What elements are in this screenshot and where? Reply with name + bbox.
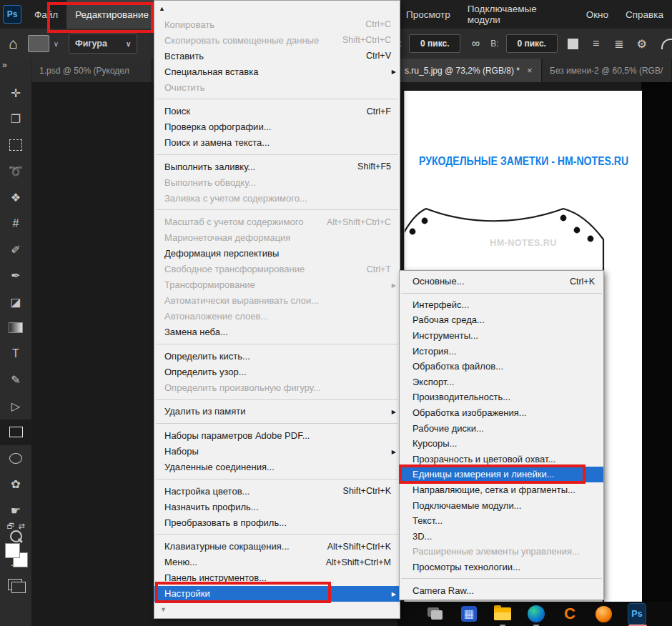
- edit-menu-item[interactable]: Настройка цветов...Shift+Ctrl+K: [154, 483, 400, 499]
- width-field[interactable]: 0 пикс.: [409, 34, 460, 53]
- edit-menu-item[interactable]: Выполнить обводку...: [154, 174, 400, 190]
- edit-menu-item[interactable]: Специальная вставка▶: [154, 64, 400, 79]
- menu-scroll-down[interactable]: ▼: [154, 602, 400, 617]
- taskbar-photoshop-icon[interactable]: Ps: [628, 605, 646, 623]
- taskbar-browser-c-icon[interactable]: C: [560, 605, 579, 623]
- tab-doc2[interactable]: s.ru_5.jpg @ 73,2% (RGB/8) * ×: [397, 59, 542, 82]
- edit-menu-item[interactable]: Удалить из памяти▶: [154, 404, 400, 419]
- chevron-down-icon[interactable]: ∨: [54, 40, 59, 48]
- screen-mode-icon[interactable]: [8, 579, 22, 590]
- home-icon[interactable]: ⌂: [9, 35, 18, 52]
- ellipse-tool[interactable]: [0, 445, 31, 472]
- edit-menu-item[interactable]: Удаленные соединения...: [154, 459, 400, 475]
- edit-menu-item[interactable]: Меню...Alt+Shift+Ctrl+M: [154, 555, 400, 570]
- preferences-item[interactable]: Основные...Ctrl+K: [400, 274, 603, 289]
- preferences-item[interactable]: Camera Raw...: [400, 582, 603, 598]
- preferences-item[interactable]: Рабочая среда...: [400, 312, 603, 328]
- eraser-tool[interactable]: ◪: [0, 289, 31, 315]
- hand-tool[interactable]: ☛: [0, 497, 31, 524]
- edit-menu-item[interactable]: Определить произвольную фигуру...: [154, 379, 400, 395]
- edit-menu-item[interactable]: Автоматически выравнивать слои...: [154, 293, 400, 309]
- edit-menu-item[interactable]: КопироватьCtrl+C: [154, 16, 400, 32]
- preferences-item[interactable]: Инструменты...: [400, 328, 603, 344]
- edit-menu-item[interactable]: Определить кисть...: [154, 348, 400, 364]
- edit-menu-item[interactable]: Замена неба...: [154, 324, 400, 340]
- taskbar-edge-icon[interactable]: [527, 605, 545, 623]
- rectangle-tool[interactable]: [0, 419, 31, 446]
- brush-tool[interactable]: ✒: [0, 263, 31, 289]
- mask-mode-icon[interactable]: 🗗: [6, 522, 14, 531]
- preferences-item[interactable]: Рабочие диски...: [400, 420, 603, 436]
- preferences-item[interactable]: Направляющие, сетка и фрагменты...: [400, 482, 603, 498]
- edit-menu-item-label: Выполнить заливку...: [164, 162, 255, 172]
- path-alignment-icon[interactable]: ≡: [588, 37, 604, 50]
- preferences-item[interactable]: Подключаемые модули...: [400, 497, 603, 513]
- artboard-tool[interactable]: ❐: [0, 106, 31, 133]
- edit-menu-item[interactable]: Преобразовать в профиль...: [154, 515, 400, 530]
- preferences-item[interactable]: Просмотры технологии...: [400, 560, 603, 575]
- type-tool[interactable]: T: [0, 341, 31, 367]
- edit-menu-item[interactable]: Деформация перспективы: [154, 246, 400, 262]
- preferences-item[interactable]: Производительность...: [400, 389, 603, 405]
- eyedropper-tool[interactable]: ✐: [0, 237, 31, 263]
- close-icon[interactable]: ×: [527, 65, 533, 76]
- taskbar-calculator-icon[interactable]: ▦: [460, 605, 478, 623]
- taskbar-app-sphere-icon[interactable]: [594, 605, 613, 623]
- edit-menu-item[interactable]: Марионеточная деформация: [154, 230, 400, 246]
- preferences-item[interactable]: Обработка изображения...: [400, 405, 603, 421]
- custom-shape-tool[interactable]: ✿: [0, 472, 31, 498]
- edit-menu-item[interactable]: Выполнить заливку...Shift+F5: [154, 159, 400, 174]
- edit-menu-item[interactable]: Наборы▶: [154, 444, 400, 459]
- edit-menu-item[interactable]: Наборы параметров Adobe PDF...: [154, 428, 400, 444]
- taskbar-windows-icon[interactable]: [426, 605, 445, 623]
- lasso-tool[interactable]: ➰: [0, 159, 31, 185]
- crop-tool[interactable]: #: [0, 211, 31, 237]
- tab-doc1[interactable]: 1.psd @ 50% (Рукодел: [32, 59, 152, 82]
- path-select-tool[interactable]: ▷: [0, 393, 31, 419]
- preferences-item[interactable]: История...: [400, 343, 603, 359]
- edit-menu-item[interactable]: Скопировать совмещенные данныеShift+Ctrl…: [154, 32, 400, 48]
- tool-preset-swatch[interactable]: [28, 35, 49, 52]
- edit-menu-item[interactable]: Клавиатурные сокращения...Alt+Shift+Ctrl…: [154, 539, 400, 555]
- object-selection-tool[interactable]: ❖: [0, 184, 31, 211]
- marquee-tool[interactable]: [0, 132, 31, 159]
- menu-view[interactable]: Просмотр: [397, 0, 459, 29]
- path-arrangement-icon[interactable]: ≣: [611, 37, 627, 51]
- edit-menu-item[interactable]: Назначить профиль...: [154, 499, 400, 515]
- edit-menu-item[interactable]: Автоналожение слоев...: [154, 309, 400, 324]
- menu-plugins[interactable]: Подключаемые модули: [459, 0, 578, 29]
- menu-window[interactable]: Окно: [578, 0, 617, 29]
- edit-menu-item[interactable]: Масштаб с учетом содержимогоAlt+Shift+Ct…: [154, 214, 400, 230]
- edit-menu-item[interactable]: Очистить: [154, 79, 400, 95]
- foreground-color[interactable]: [5, 543, 20, 558]
- preferences-item[interactable]: 3D...: [400, 529, 603, 545]
- edit-menu-item[interactable]: Заливка с учетом содержимого...: [154, 190, 400, 206]
- preferences-item[interactable]: Курсоры...: [400, 436, 603, 452]
- path-operations-icon[interactable]: [568, 39, 578, 49]
- edit-menu-item[interactable]: ВставитьCtrl+V: [154, 48, 400, 64]
- gear-icon[interactable]: ⚙: [634, 37, 650, 51]
- pen-tool[interactable]: ✎: [0, 367, 31, 394]
- preferences-item[interactable]: Расширенные элементы управления...: [400, 544, 603, 560]
- edit-menu-item[interactable]: Поиск и замена текста...: [154, 135, 400, 151]
- edit-menu-item[interactable]: Проверка орфографии...: [154, 119, 400, 135]
- taskbar-explorer-icon[interactable]: [493, 605, 512, 623]
- shape-mode-select[interactable]: Фигура ∨: [69, 34, 137, 54]
- swap-colors-icon[interactable]: ⇄: [18, 522, 24, 531]
- link-dimensions-icon[interactable]: ∞: [468, 37, 483, 50]
- tab-doc3[interactable]: Без имени-2 @ 60,5% (RGB/: [543, 59, 672, 82]
- move-tool[interactable]: ✛: [0, 80, 31, 106]
- edit-menu-item[interactable]: Свободное трансформированиеCtrl+T: [154, 262, 400, 277]
- menu-scroll-up[interactable]: ▲: [154, 1, 400, 16]
- edit-menu-item[interactable]: Трансформирование▶: [154, 277, 400, 293]
- preferences-item[interactable]: Экспорт...: [400, 374, 603, 390]
- collapse-panel-icon[interactable]: »: [2, 60, 7, 70]
- height-field[interactable]: 0 пикс.: [506, 34, 558, 53]
- edit-menu-item[interactable]: ПоискCtrl+F: [154, 104, 400, 119]
- preferences-item[interactable]: Обработка файлов...: [400, 359, 603, 374]
- gradient-tool[interactable]: [0, 315, 31, 342]
- edit-menu-item[interactable]: Определить узор...: [154, 364, 400, 379]
- preferences-item[interactable]: Текст...: [400, 513, 603, 529]
- menu-help[interactable]: Справка: [617, 0, 672, 29]
- preferences-item[interactable]: Интерфейс...: [400, 297, 603, 313]
